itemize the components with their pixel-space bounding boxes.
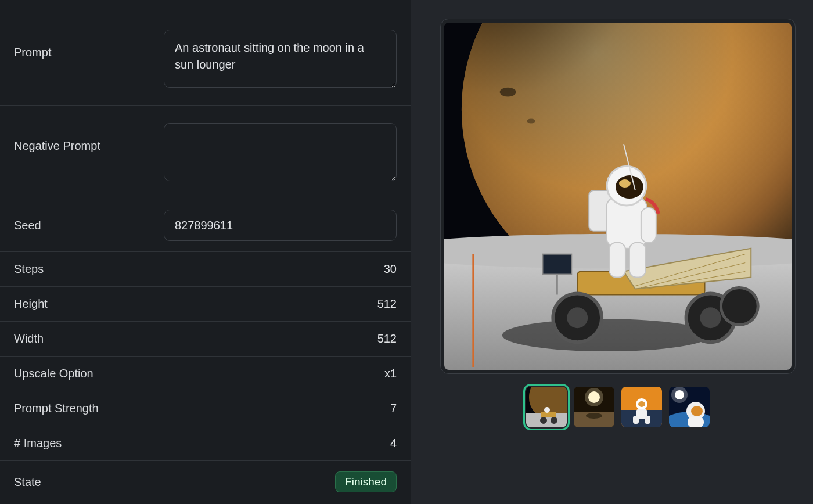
svg-point-33	[540, 417, 547, 424]
row-num-images: # Images 4	[0, 426, 411, 461]
svg-point-36	[544, 407, 550, 413]
svg-point-3	[500, 88, 516, 97]
value-width: 512	[377, 332, 397, 345]
main-image-frame	[440, 19, 796, 374]
value-prompt-strength: 7	[390, 402, 397, 415]
value-height: 512	[377, 297, 397, 311]
thumbnail-4[interactable]	[669, 387, 710, 427]
svg-point-53	[691, 406, 703, 416]
label-prompt-strength: Prompt Strength	[14, 402, 164, 415]
svg-rect-35	[541, 412, 556, 417]
row-state: State Finished	[0, 461, 411, 503]
label-state: State	[14, 476, 164, 489]
svg-point-26	[616, 175, 643, 199]
state-badge: Finished	[335, 471, 397, 492]
thumbnail-row	[526, 387, 710, 427]
thumbnail-2[interactable]	[574, 387, 614, 427]
svg-rect-47	[633, 416, 639, 424]
preview-panel	[411, 0, 813, 504]
svg-rect-23	[629, 243, 646, 278]
prompt-input[interactable]	[164, 30, 397, 88]
thumbnail-1[interactable]	[526, 387, 567, 427]
svg-point-39	[585, 388, 603, 406]
row-seed: Seed	[0, 199, 411, 252]
seed-input[interactable]	[164, 210, 397, 241]
svg-point-13	[721, 287, 758, 325]
svg-rect-17	[542, 254, 571, 275]
svg-rect-54	[688, 417, 704, 427]
row-height: Height 512	[0, 287, 411, 322]
label-width: Width	[14, 332, 164, 345]
label-steps: Steps	[14, 262, 164, 276]
row-prompt: Prompt	[0, 12, 411, 106]
value-num-images: 4	[390, 437, 397, 450]
svg-point-10	[567, 307, 588, 328]
main-image[interactable]	[444, 23, 792, 370]
settings-panel: Prompt Negative Prompt Seed Steps 30 Hei…	[0, 0, 411, 504]
svg-point-4	[527, 118, 535, 123]
value-upscale: x1	[384, 367, 397, 380]
svg-point-27	[619, 179, 631, 188]
svg-point-34	[551, 417, 557, 424]
row-steps: Steps 30	[0, 252, 411, 287]
row-prompt-strength: Prompt Strength 7	[0, 391, 411, 426]
svg-rect-24	[641, 208, 656, 243]
svg-point-12	[700, 307, 721, 328]
svg-point-51	[671, 387, 688, 403]
row-width: Width 512	[0, 322, 411, 357]
row-negative-prompt: Negative Prompt	[0, 106, 411, 199]
label-height: Height	[14, 297, 164, 311]
label-negative-prompt: Negative Prompt	[14, 123, 164, 153]
label-num-images: # Images	[14, 437, 164, 450]
row-upscale: Upscale Option x1	[0, 357, 411, 391]
svg-point-45	[638, 401, 645, 407]
value-steps: 30	[384, 262, 397, 276]
svg-point-7	[502, 319, 711, 351]
svg-rect-22	[609, 243, 625, 278]
thumbnail-3[interactable]	[621, 387, 662, 427]
svg-rect-48	[645, 416, 650, 424]
label-upscale: Upscale Option	[14, 367, 164, 380]
label-prompt: Prompt	[14, 30, 164, 59]
negative-prompt-input[interactable]	[164, 123, 397, 181]
svg-point-41	[586, 413, 602, 419]
label-seed: Seed	[14, 219, 164, 232]
